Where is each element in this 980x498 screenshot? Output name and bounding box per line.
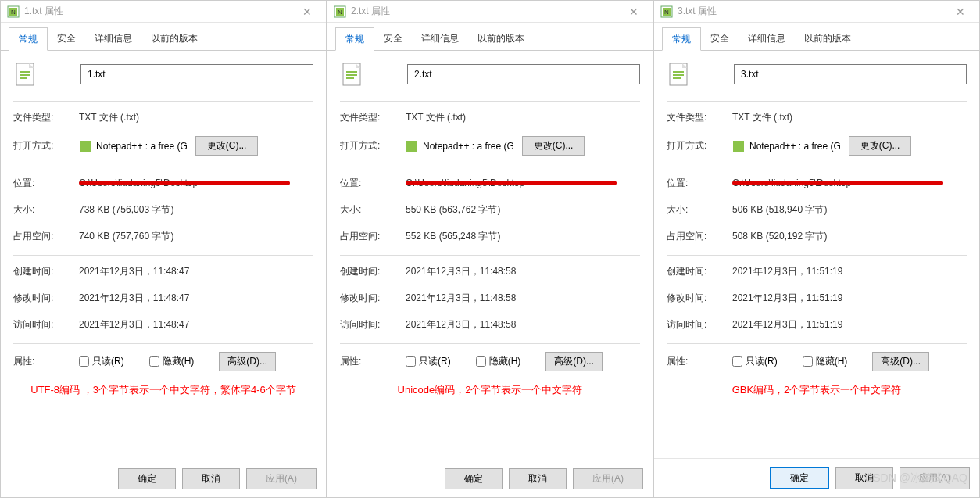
apply-button[interactable]: 应用(A) [246, 468, 317, 489]
encoding-annotation: UTF-8编码 ，3个字节表示一个中文字符，繁体字4-6个字节 [13, 382, 313, 399]
dialog-footer: 确定 取消 应用(A) [654, 458, 979, 497]
cancel-button[interactable]: 取消 [182, 468, 240, 489]
close-button[interactable]: ✕ [621, 2, 646, 21]
close-button[interactable]: ✕ [948, 2, 973, 21]
accessed-value: 2021年12月3日，11:51:19 [732, 318, 967, 331]
disk-size-label: 占用空间: [667, 230, 732, 243]
tab-details[interactable]: 详细信息 [85, 27, 141, 50]
properties-dialog-2: N 2.txt 属性 ✕ 常规 安全 详细信息 以前的版本 2.txt 文件类型… [327, 0, 653, 498]
apply-button[interactable]: 应用(A) [900, 467, 970, 489]
divider [13, 343, 313, 344]
filename-input[interactable]: 2.txt [407, 64, 640, 84]
readonly-checkbox[interactable]: 只读(R) [732, 355, 778, 368]
change-button[interactable]: 更改(C)... [522, 136, 585, 156]
ok-button[interactable]: 确定 [770, 467, 829, 489]
tab-security[interactable]: 安全 [701, 27, 739, 50]
divider [340, 101, 640, 102]
created-label: 创建时间: [340, 265, 406, 278]
location-value: C:\Users\liudaning5\Desktop [406, 177, 640, 188]
tab-previous-versions[interactable]: 以前的版本 [468, 27, 534, 50]
properties-dialog-3: N 3.txt 属性 ✕ 常规 安全 详细信息 以前的版本 3.txt 文件类型… [653, 0, 980, 498]
divider [667, 101, 967, 102]
svg-rect-8 [80, 141, 91, 152]
encoding-annotation: Unicode编码，2个字节表示一个中文字符 [340, 382, 640, 399]
tabs: 常规 安全 详细信息 以前的版本 [1, 23, 326, 51]
cancel-button[interactable]: 取消 [509, 468, 567, 489]
divider [667, 343, 967, 344]
hidden-checkbox[interactable]: 隐藏(H) [149, 355, 195, 368]
tab-general[interactable]: 常规 [335, 27, 374, 51]
location-value: C:\Users\liudaning5\Desktop [732, 177, 967, 188]
svg-text:N: N [338, 9, 342, 16]
titlebar[interactable]: N 2.txt 属性 ✕ [327, 1, 653, 23]
disk-size-value: 552 KB (565,248 字节) [406, 230, 640, 243]
svg-rect-6 [20, 74, 30, 76]
tab-previous-versions[interactable]: 以前的版本 [795, 27, 860, 50]
ok-button[interactable]: 确定 [445, 468, 503, 489]
file-type-value: TXT 文件 (.txt) [406, 111, 640, 124]
file-type-value: TXT 文件 (.txt) [732, 111, 967, 124]
tab-general[interactable]: 常规 [9, 27, 48, 51]
tab-details[interactable]: 详细信息 [739, 27, 795, 50]
opens-with-label: 打开方式: [340, 139, 406, 152]
titlebar[interactable]: N 1.txt 属性 ✕ [1, 1, 326, 23]
tab-security[interactable]: 安全 [374, 27, 412, 50]
file-type-label: 文件类型: [340, 111, 406, 124]
modified-value: 2021年12月3日，11:51:19 [732, 292, 967, 305]
readonly-checkbox[interactable]: 只读(R) [79, 355, 124, 368]
location-label: 位置: [667, 177, 732, 190]
advanced-button[interactable]: 高级(D)... [872, 352, 929, 371]
cancel-button[interactable]: 取消 [835, 467, 893, 489]
disk-size-value: 740 KB (757,760 字节) [79, 230, 313, 243]
filename-input[interactable]: 1.txt [80, 64, 313, 84]
divider [13, 167, 313, 167]
modified-value: 2021年12月3日，11:48:58 [406, 292, 640, 305]
tab-previous-versions[interactable]: 以前的版本 [141, 27, 207, 50]
file-type-label: 文件类型: [667, 111, 732, 124]
advanced-button[interactable]: 高级(D)... [219, 352, 276, 371]
tab-content: 1.txt 文件类型:TXT 文件 (.txt) 打开方式: Notepad++… [1, 51, 326, 460]
change-button[interactable]: 更改(C)... [195, 136, 259, 156]
file-type-icon [667, 62, 692, 87]
disk-size-label: 占用空间: [13, 230, 79, 243]
attributes-label: 属性: [667, 355, 732, 368]
notepad-plus-plus-icon: N [7, 5, 20, 18]
attributes-label: 属性: [340, 355, 406, 368]
accessed-value: 2021年12月3日，11:48:58 [406, 318, 640, 331]
svg-rect-7 [20, 77, 27, 79]
properties-dialog-1: N 1.txt 属性 ✕ 常规 安全 详细信息 以前的版本 1.txt 文件类型… [0, 0, 327, 498]
accessed-label: 访问时间: [340, 318, 406, 331]
readonly-checkbox[interactable]: 只读(R) [406, 355, 451, 368]
divider [13, 255, 313, 256]
notepad-plus-plus-icon [732, 140, 745, 152]
apply-button[interactable]: 应用(A) [573, 468, 643, 489]
tab-general[interactable]: 常规 [662, 27, 701, 51]
tab-details[interactable]: 详细信息 [412, 27, 468, 50]
size-label: 大小: [13, 203, 79, 217]
advanced-button[interactable]: 高级(D)... [545, 352, 603, 371]
filename-input[interactable]: 3.txt [734, 64, 967, 84]
modified-value: 2021年12月3日，11:48:47 [79, 292, 313, 305]
titlebar[interactable]: N 3.txt 属性 ✕ [654, 1, 979, 23]
tabs: 常规 安全 详细信息 以前的版本 [327, 23, 653, 51]
divider [667, 167, 967, 167]
size-value: 550 KB (563,762 字节) [406, 203, 640, 217]
hidden-checkbox[interactable]: 隐藏(H) [476, 355, 521, 368]
divider [13, 101, 313, 102]
tab-security[interactable]: 安全 [48, 27, 85, 50]
svg-rect-17 [406, 141, 417, 152]
svg-rect-16 [346, 77, 354, 79]
opens-with-label: 打开方式: [13, 139, 79, 152]
notepad-plus-plus-icon [406, 140, 418, 152]
divider [667, 255, 967, 256]
change-button[interactable]: 更改(C)... [849, 136, 912, 156]
close-button[interactable]: ✕ [295, 2, 320, 21]
ok-button[interactable]: 确定 [118, 468, 176, 489]
svg-text:N: N [664, 9, 669, 16]
divider [340, 343, 640, 344]
created-value: 2021年12月3日，11:48:58 [406, 265, 640, 278]
created-value: 2021年12月3日，11:48:47 [79, 265, 313, 278]
modified-label: 修改时间: [340, 292, 406, 305]
hidden-checkbox[interactable]: 隐藏(H) [803, 355, 848, 368]
created-label: 创建时间: [667, 265, 732, 278]
